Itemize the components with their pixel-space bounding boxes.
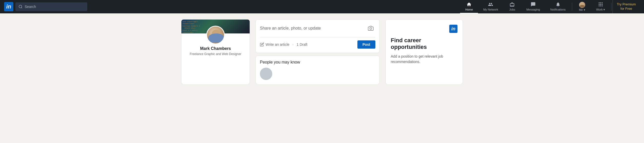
linkedin-logo[interactable]: in [4, 2, 13, 11]
notifications-icon [555, 2, 561, 8]
profile-avatar-wrap [181, 26, 250, 44]
svg-rect-3 [600, 3, 601, 3]
write-article-button[interactable]: Write an article [260, 42, 289, 47]
nav-item-me[interactable]: Me ▾ [573, 0, 591, 13]
avatar-image [579, 2, 585, 8]
svg-rect-8 [599, 5, 599, 6]
people-section-title: People you may know [260, 60, 375, 65]
search-input[interactable] [25, 5, 84, 9]
right-panel-description: Add a position to get relevant job recom… [391, 54, 457, 65]
main-content: <div class="app"> <header><nav> function… [177, 20, 467, 84]
people-you-may-know-box: People you may know [256, 56, 379, 84]
edit-icon [260, 42, 264, 47]
navbar: in Home My Network [0, 0, 644, 13]
svg-line-1 [21, 7, 22, 8]
svg-point-11 [370, 28, 372, 29]
search-bar[interactable] [15, 2, 87, 11]
jobs-icon [510, 2, 515, 8]
messaging-icon [531, 2, 536, 8]
svg-point-0 [19, 5, 22, 8]
svg-rect-9 [600, 5, 601, 6]
nav-item-home[interactable]: Home [460, 0, 478, 13]
nav-item-notifications[interactable]: Notifications [545, 0, 571, 13]
profile-title: Freelance Graphic and Web Designer [186, 52, 246, 56]
nav-premium-divider [611, 3, 611, 11]
profile-info: Mark Chambers Freelance Graphic and Web … [181, 46, 250, 59]
nav-label-me: Me ▾ [579, 8, 585, 11]
premium-line2: for Free [620, 7, 632, 11]
post-button[interactable]: Post [357, 40, 375, 49]
nav-item-messaging[interactable]: Messaging [521, 0, 545, 13]
post-placeholder-text[interactable]: Share an article, photo, or update [260, 26, 321, 31]
person-avatar[interactable] [260, 68, 272, 80]
nav-item-jobs[interactable]: Jobs [503, 0, 521, 13]
nav-label-work: Work ▾ [596, 8, 605, 11]
search-icon [18, 5, 23, 9]
post-box-top: Share an article, photo, or update [260, 24, 375, 33]
left-panel: <div class="app"> <header><nav> function… [181, 20, 250, 84]
nav-label-notifications: Notifications [550, 8, 566, 11]
nav-item-my-network[interactable]: My Network [478, 0, 503, 13]
try-premium-button[interactable]: Try Premium for Free [612, 0, 640, 13]
right-panel: in Find career opportunities Add a posit… [386, 20, 463, 84]
right-panel-title: Find career opportunities [391, 37, 457, 51]
svg-rect-10 [602, 5, 602, 6]
profile-name[interactable]: Mark Chambers [186, 46, 246, 51]
nav-items: Home My Network Jobs [460, 0, 610, 13]
nav-item-work[interactable]: Work ▾ [591, 0, 610, 13]
draft-count[interactable]: 1 Draft [297, 42, 307, 47]
profile-avatar[interactable] [206, 26, 225, 44]
svg-rect-4 [602, 3, 602, 3]
home-icon [466, 2, 472, 8]
write-article-label: Write an article [266, 42, 289, 47]
nav-label-my-network: My Network [483, 8, 498, 11]
svg-rect-2 [599, 3, 599, 3]
nav-divider [572, 3, 572, 11]
nav-label-messaging: Messaging [526, 8, 540, 11]
linkedin-logo-small: in [449, 25, 457, 33]
svg-rect-5 [599, 4, 599, 5]
dot-separator: · [292, 42, 294, 47]
my-network-icon [488, 2, 493, 8]
premium-line1: Try Premium [617, 2, 636, 7]
svg-rect-7 [602, 4, 602, 5]
avatar [579, 2, 585, 8]
work-grid-icon [598, 2, 603, 8]
post-box-bottom: Write an article · 1 Draft Post [260, 37, 375, 49]
nav-label-home: Home [465, 8, 473, 11]
nav-label-jobs: Jobs [509, 8, 515, 11]
center-panel: Share an article, photo, or update Write… [256, 20, 379, 84]
right-panel-logo-wrap: in [391, 25, 457, 33]
camera-icon[interactable] [366, 24, 375, 33]
people-list [260, 68, 375, 80]
post-box: Share an article, photo, or update Write… [256, 20, 379, 53]
svg-rect-6 [600, 4, 601, 5]
